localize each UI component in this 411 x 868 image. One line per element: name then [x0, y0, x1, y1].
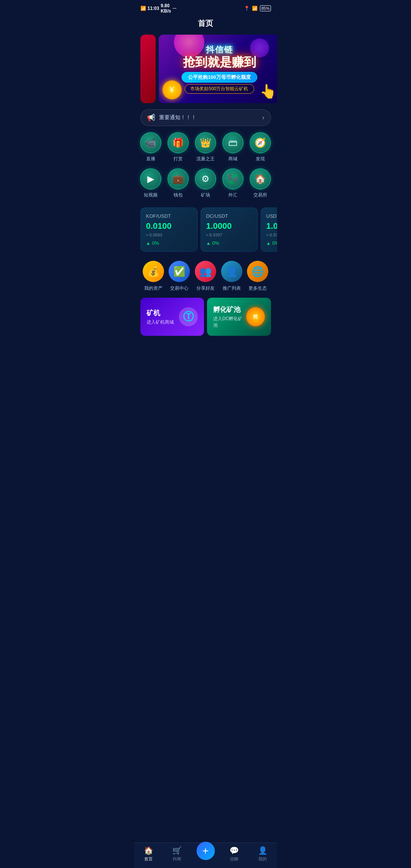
page-header: 首页 — [134, 15, 277, 35]
icon-discover[interactable]: 🧭 发现 — [250, 132, 271, 162]
notif-icon: 📢 — [147, 113, 155, 122]
icon-forex[interactable]: 💱 外汇 — [222, 168, 244, 198]
banner-scroll[interactable]: 抖信链 抢到就是赚到 公平抢购100万母币孵化额度 市场奖励500万台智能云矿机… — [134, 35, 277, 103]
wifi-icon: 📶 — [252, 6, 258, 11]
home-tab-label: 首页 — [144, 856, 153, 862]
status-left: 📶 11:03 9.80KB/s ··· — [140, 3, 177, 14]
banner-item-left — [140, 35, 156, 103]
notification-bar[interactable]: 📢 重要通知！！！ › — [140, 109, 271, 126]
forex-icon-circle: 💱 — [222, 168, 244, 190]
mine-label: 矿场 — [201, 192, 210, 198]
trade-center-icon: ✅ — [169, 261, 190, 282]
icon-live[interactable]: 📹 直播 — [140, 132, 161, 162]
notif-arrow: › — [262, 114, 264, 121]
price-card-kof[interactable]: KOF/USDT 0.0100 ≈ 0.0693 ▲ 0% — [140, 207, 198, 252]
more-eco-icon: 🌐 — [247, 261, 268, 282]
dushang-tab-label: 抖商 — [173, 856, 181, 862]
exchange-label: 交易所 — [253, 192, 267, 198]
wallet-label: 钱包 — [174, 192, 183, 198]
banner-title-1: 抖信链 — [206, 44, 233, 56]
tab-add[interactable]: + — [191, 848, 220, 860]
mine-tab-icon: 👤 — [258, 846, 268, 855]
qa-my-assets[interactable]: 💰 我的资产 — [143, 261, 164, 292]
banner-hand: 👆 — [260, 83, 277, 99]
price-card-dc[interactable]: DC/USDT 1.0000 ≈ 6.9397 ▲ 0% — [201, 207, 258, 252]
qa-trade-center[interactable]: ✅ 交易中心 — [169, 261, 190, 292]
speed: 9.80KB/s — [161, 3, 171, 14]
qa-more-eco[interactable]: 🌐 更多生态 — [247, 261, 268, 292]
icon-reward[interactable]: 🎁 打赏 — [167, 132, 189, 162]
miner-card-left: 矿机 进入矿机商城 — [147, 308, 174, 326]
status-bar: 📶 11:03 9.80KB/s ··· 📍 📶 85% — [134, 0, 277, 15]
incubator-card[interactable]: 孵化矿池 进入DC孵化矿池 抢 — [207, 298, 271, 336]
banner-container: 抖信链 抢到就是赚到 公平抢购100万母币孵化额度 市场奖励500万台智能云矿机… — [134, 35, 277, 109]
usdt-arrow-up: ▲ — [266, 241, 271, 246]
banner-sub-1: 公平抢购100万母币孵化额度 — [182, 72, 257, 83]
miner-icon: Ⓣ — [183, 310, 194, 324]
shop-label: 商城 — [228, 156, 237, 162]
status-right: 📍 📶 85% — [244, 5, 271, 11]
page-title: 首页 — [198, 19, 213, 27]
banner-sub-container: 公平抢购100万母币孵化额度 市场奖励500万台智能云矿机 — [182, 72, 257, 94]
traffic-king-icon-circle: 👑 — [195, 132, 216, 153]
icon-traffic-king[interactable]: 👑 流量之王 — [195, 132, 216, 162]
dushang-tab-icon: 🛒 — [172, 846, 182, 855]
kof-approx: ≈ 0.0693 — [146, 233, 192, 237]
tab-chat[interactable]: 💬 信聊 — [220, 846, 249, 862]
usdt-value: 1.0000 — [266, 221, 277, 231]
my-assets-label: 我的资产 — [144, 285, 162, 292]
shop-icon-circle: 🗃 — [222, 132, 244, 153]
dc-approx: ≈ 6.9397 — [206, 233, 252, 237]
banner-item-main[interactable]: 抖信链 抢到就是赚到 公平抢购100万母币孵化额度 市场奖励500万台智能云矿机… — [159, 35, 277, 103]
usdt-pair: USDT/USDT — [266, 213, 277, 219]
forex-label: 外汇 — [228, 192, 237, 198]
signal-icon: 📶 — [140, 6, 146, 11]
miner-sub: 进入矿机商城 — [147, 319, 174, 326]
icon-short-video[interactable]: ▶ 短视频 — [140, 168, 161, 198]
live-icon-circle: 📹 — [140, 132, 161, 153]
dc-arrow-up: ▲ — [206, 241, 211, 246]
tab-mine[interactable]: 👤 我的 — [249, 846, 277, 862]
icon-shop[interactable]: 🗃 商城 — [222, 132, 244, 162]
quick-actions: 💰 我的资产 ✅ 交易中心 👥 分享好友 👤 推广列表 🌐 更多生态 — [134, 258, 277, 298]
incubator-card-left: 孵化矿池 进入DC孵化矿池 — [213, 305, 246, 329]
short-video-icon-circle: ▶ — [140, 168, 161, 190]
live-label: 直播 — [146, 156, 155, 162]
chat-tab-icon: 💬 — [229, 846, 239, 855]
reward-label: 打赏 — [174, 156, 183, 162]
qa-share-friends[interactable]: 👥 分享好友 — [195, 261, 216, 292]
share-friends-icon: 👥 — [195, 261, 216, 282]
usdt-change: ▲ 0% — [266, 240, 277, 246]
grab-button[interactable]: 抢 — [246, 307, 265, 326]
banner-orb-1 — [174, 35, 204, 57]
promo-list-icon: 👤 — [221, 261, 242, 282]
incubator-sub: 进入DC孵化矿池 — [213, 316, 246, 329]
icons-section: 📹 直播 🎁 打赏 👑 流量之王 🗃 商城 🧭 发现 ▶ 短视频 💼 钱包 — [134, 132, 277, 207]
add-button[interactable]: + — [196, 842, 215, 860]
short-video-label: 短视频 — [144, 192, 158, 198]
kof-arrow-up: ▲ — [146, 241, 151, 246]
icon-mine[interactable]: ⚙ 矿场 — [195, 168, 216, 198]
icons-row-1: 📹 直播 🎁 打赏 👑 流量之王 🗃 商城 🧭 发现 — [137, 132, 274, 162]
miner-title: 矿机 — [147, 308, 174, 318]
discover-label: 发现 — [256, 156, 265, 162]
discover-icon-circle: 🧭 — [250, 132, 271, 153]
price-card-usdt[interactable]: USDT/USDT 1.0000 ≈ 6.9397 ▲ 0% — [261, 207, 277, 252]
reward-icon-circle: 🎁 — [167, 132, 189, 153]
trade-center-label: 交易中心 — [170, 285, 188, 292]
kof-pair: KOF/USDT — [146, 213, 192, 219]
qa-promo-list[interactable]: 👤 推广列表 — [221, 261, 242, 292]
share-friends-label: 分享好友 — [196, 285, 215, 292]
icon-exchange[interactable]: 🏠 交易所 — [250, 168, 271, 198]
more-icon: ··· — [173, 6, 177, 11]
wallet-icon-circle: 💼 — [167, 168, 189, 190]
icons-row-2: ▶ 短视频 💼 钱包 ⚙ 矿场 💱 外汇 🏠 交易所 — [137, 168, 274, 198]
tab-bar: 🏠 首页 🛒 抖商 + 💬 信聊 👤 我的 — [134, 842, 277, 868]
promo-list-label: 推广列表 — [223, 285, 241, 292]
icon-wallet[interactable]: 💼 钱包 — [167, 168, 189, 198]
banner-title-2: 抢到就是赚到 — [183, 56, 256, 69]
tab-home[interactable]: 🏠 首页 — [134, 846, 163, 862]
tab-dushang[interactable]: 🛒 抖商 — [163, 846, 191, 862]
miner-icon-circle: Ⓣ — [179, 307, 198, 326]
miner-card[interactable]: 矿机 进入矿机商城 Ⓣ — [140, 298, 204, 336]
